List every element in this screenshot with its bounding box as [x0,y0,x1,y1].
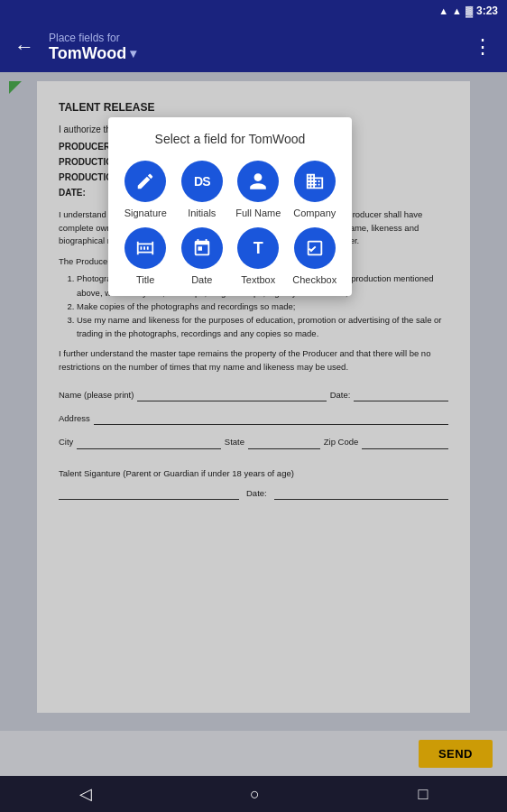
nav-recent-button[interactable]: □ [400,781,446,807]
fullname-label-text: Full Name [235,208,281,218]
date-icon [192,238,212,258]
checkbox-icon-circle [294,227,336,269]
fullname-icon-circle [237,161,279,202]
title-icon [135,238,155,258]
bottom-nav: ◁ ○ □ [0,776,507,812]
field-item-textbox[interactable]: T Textbox [232,227,285,285]
field-item-signature[interactable]: Signature [119,161,172,218]
top-bar: ← Place fields for TomWood ▾ ⋮ [0,22,507,72]
dropdown-arrow-icon[interactable]: ▾ [130,46,136,60]
signature-label-text: Signature [124,208,167,218]
more-menu-button[interactable]: ⋮ [469,32,496,62]
field-grid: Signature DS Initials Full Name [119,161,341,285]
textbox-icon: T [254,239,263,258]
status-time: 3:23 [476,5,498,17]
field-item-date[interactable]: Date [176,227,229,285]
status-bar: ▲ ▲ ▓ 3:23 [0,0,507,22]
signature-icon [135,171,155,191]
field-item-checkbox[interactable]: Checkbox [289,227,342,285]
textbox-icon-circle: T [237,227,279,269]
company-label-text: Company [293,208,336,218]
date-icon-circle [181,227,223,269]
title-label-text: Title [136,274,154,285]
date-label-text: Date [191,274,212,285]
fullname-icon [248,171,268,191]
main-content: TALENT RELEASE I authorize the PRODUCER:… [0,72,507,776]
battery-icon: ▓ [466,5,473,16]
field-item-company[interactable]: Company [289,161,342,218]
top-bar-subtitle: Place fields for [49,32,458,44]
field-selector-title: Select a field for TomWood [119,132,341,146]
top-bar-name: TomWood ▾ [49,44,458,63]
back-button[interactable]: ← [11,32,38,62]
signal-icon: ▲ [452,5,462,16]
title-area: Place fields for TomWood ▾ [49,32,458,63]
company-icon-circle [294,161,336,202]
field-item-fullname[interactable]: Full Name [232,161,285,218]
status-icons: ▲ ▲ ▓ 3:23 [438,5,498,17]
initials-icon-circle: DS [181,161,223,202]
signature-icon-circle [124,161,166,202]
nav-home-button[interactable]: ○ [232,781,278,807]
wifi-icon: ▲ [438,5,448,16]
checkbox-label-text: Checkbox [292,274,336,285]
textbox-label-text: Textbox [241,274,275,285]
checkbox-icon [305,238,325,258]
initials-label-text: Initials [188,208,216,218]
title-icon-circle [124,227,166,269]
field-item-title[interactable]: Title [119,227,172,285]
field-selector-popup: Select a field for TomWood Signature DS … [108,117,352,296]
company-icon [305,171,325,191]
nav-back-button[interactable]: ◁ [61,780,110,807]
initials-text: DS [194,174,209,189]
field-item-initials[interactable]: DS Initials [176,161,229,218]
